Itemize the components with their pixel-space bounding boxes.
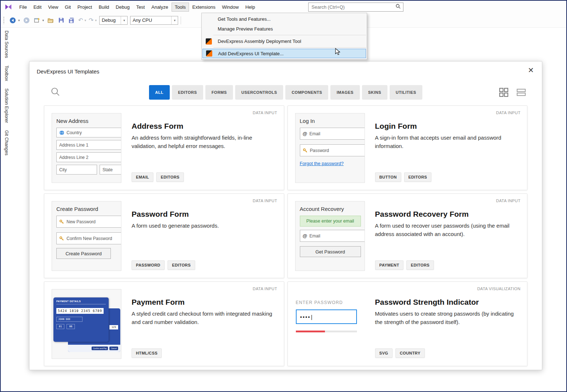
solution-platform-dropdown[interactable]: Any CPU ▾ [130, 16, 178, 25]
template-card-address-form[interactable]: DATA INPUT New Address Country Address L… [44, 105, 284, 190]
redo-icon[interactable]: ↷ [89, 17, 93, 24]
filter-tab-utilities[interactable]: UTILITIES [390, 85, 422, 100]
card-description: Motivates users to create strong passwor… [375, 310, 520, 326]
save-icon[interactable] [57, 16, 65, 25]
menu-file[interactable]: File [16, 3, 30, 12]
menu-separator [213, 47, 366, 48]
filter-tab-images[interactable]: IMAGES [330, 85, 359, 100]
login-form-preview: Log In @ Email Password Forgot the passw… [295, 113, 365, 183]
side-tab-strip: Data Sources Toolbox Solution Explorer G… [1, 31, 12, 156]
menu-separator [213, 35, 366, 35]
field-placeholder: Address Line 2 [59, 155, 88, 160]
card-actions-strip: Confirm and Pay Cancel [68, 345, 120, 352]
mouse-cursor [335, 48, 340, 57]
solution-configuration-dropdown[interactable]: Debug ▾ [99, 16, 128, 25]
enter-password-label: ENTER PASSWORD [296, 300, 364, 305]
redo-caret-icon[interactable]: ▾ [95, 19, 97, 22]
country-field: Country [56, 128, 121, 137]
filter-tab-editors[interactable]: EDITORS [172, 85, 203, 100]
menu-build[interactable]: Build [95, 3, 112, 12]
close-icon[interactable]: ✕ [528, 66, 534, 75]
menu-tools[interactable]: Tools [172, 3, 189, 12]
card-holder-value: JOHN DOE [56, 317, 83, 322]
navigate-forward-icon[interactable] [23, 16, 31, 25]
menu-item-label: Get Tools and Features... [218, 16, 271, 22]
template-card-password-recovery-form[interactable]: DATA INPUT Account Recovery Please enter… [287, 193, 528, 278]
card-title: Address Form [132, 122, 277, 131]
city-field: City [56, 165, 97, 175]
sidebar-tab-git-changes[interactable]: Git Changes [4, 130, 9, 155]
menu-window[interactable]: Window [219, 3, 242, 12]
template-search-icon[interactable] [51, 87, 60, 98]
view-toggles [498, 87, 527, 99]
card-number-value: 5424 1810 2345 6789 [56, 308, 104, 314]
template-card-password-strength-indicator[interactable]: DATA VISUALIZATION ENTER PASSWORD ••••| … [287, 281, 528, 366]
card-description: A sign-in form that accepts user email a… [375, 134, 520, 150]
sidebar-tab-data-sources[interactable]: Data Sources [4, 31, 9, 58]
quick-search[interactable] [308, 3, 403, 12]
sidebar-tab-toolbox[interactable]: Toolbox [4, 65, 9, 81]
menu-item-manage-preview-features[interactable]: Manage Preview Features [202, 24, 366, 34]
filter-tab-forms[interactable]: FORMS [205, 85, 233, 100]
template-card-password-form[interactable]: DATA INPUT Create Password New Password … [44, 193, 284, 278]
key-icon [59, 236, 64, 241]
confirm-password-field: Confirm New Password [56, 232, 121, 244]
navigate-back-icon[interactable] [9, 16, 17, 25]
menu-help[interactable]: Help [242, 3, 258, 12]
navigate-back-caret-icon[interactable]: ▾ [18, 19, 20, 22]
menu-extensions[interactable]: Extensions [189, 3, 219, 12]
menu-item-get-tools-and-features[interactable]: Get Tools and Features... [202, 14, 366, 24]
menu-debug[interactable]: Debug [112, 3, 133, 12]
address-line1-field: Address Line 1 [56, 140, 121, 150]
filter-tab-components[interactable]: COMPONENTS [285, 85, 328, 100]
field-placeholder: Country [67, 130, 82, 135]
new-project-icon[interactable] [33, 16, 41, 25]
password-field: Password [300, 144, 365, 156]
forgot-password-link[interactable]: Forgot the password? [300, 161, 344, 166]
field-placeholder: New Password [67, 219, 96, 224]
menu-analyze[interactable]: Analyze [148, 3, 171, 12]
tag-email: EMAIL [132, 172, 153, 182]
filter-tab-skins[interactable]: SKINS [362, 85, 387, 100]
address-form-preview: New Address Country Address Line 1 Addre… [52, 113, 121, 183]
card-category: DATA INPUT [496, 199, 520, 203]
menu-item-devexpress-assembly-deployment-tool[interactable]: DevExpress Assembly Deployment Tool [202, 36, 366, 46]
filter-tab-usercontrols[interactable]: USERCONTROLS [235, 85, 283, 100]
menu-item-add-devexpress-ui-template[interactable]: Add DevExpress UI Template... [202, 49, 366, 58]
chevron-down-icon: ▾ [171, 16, 176, 24]
card-category: DATA VISUALIZATION [477, 287, 520, 291]
template-card-login-form[interactable]: DATA INPUT Log In @ Email Password Forgo… [287, 105, 528, 190]
field-placeholder: Email [309, 131, 320, 136]
list-view-icon[interactable] [516, 87, 527, 99]
menu-item-label: Manage Preview Features [218, 26, 273, 32]
menu-test[interactable]: Test [133, 3, 148, 12]
field-placeholder: City [59, 167, 67, 172]
open-file-icon[interactable] [47, 16, 55, 25]
devexpress-icon [206, 51, 212, 57]
preview-header: New Address [56, 118, 117, 124]
sidebar-tab-solution-explorer[interactable]: Solution Explorer [4, 88, 9, 123]
email-field: @ Email [300, 128, 365, 140]
undo-icon[interactable]: ↶ [78, 17, 83, 24]
template-card-payment-form[interactable]: DATA INPUT 123 Confirm and Pay Cancel PA… [44, 281, 284, 366]
quick-search-input[interactable] [311, 4, 395, 10]
tag-payment: PAYMENT [375, 260, 404, 270]
undo-caret-icon[interactable]: ▾ [84, 19, 86, 22]
menu-git[interactable]: Git [61, 3, 74, 12]
menu-view[interactable]: View [45, 3, 61, 12]
menu-edit[interactable]: Edit [30, 3, 45, 12]
grid-view-icon[interactable] [498, 87, 509, 99]
card-title: Password Form [132, 210, 277, 219]
text-caret: | [311, 314, 313, 320]
card-category: DATA INPUT [253, 199, 277, 203]
new-project-caret-icon[interactable]: ▾ [43, 19, 44, 22]
filter-tab-all[interactable]: ALL [149, 85, 170, 100]
credit-card-front: PAYMENT DETAILS 5424 1810 2345 6789 JOHN… [53, 297, 109, 342]
toolbar-grip[interactable] [3, 16, 5, 24]
password-form-preview: Create Password New Password Confirm New… [52, 201, 121, 271]
menu-bar: File Edit View Git Project Build Debug T… [1, 1, 566, 13]
payment-details-label: PAYMENT DETAILS [56, 300, 106, 304]
save-all-icon[interactable] [68, 16, 76, 25]
visual-studio-window: { "colors": { "accent_blue": "#1170d2", … [0, 0, 567, 392]
menu-project[interactable]: Project [74, 3, 95, 12]
